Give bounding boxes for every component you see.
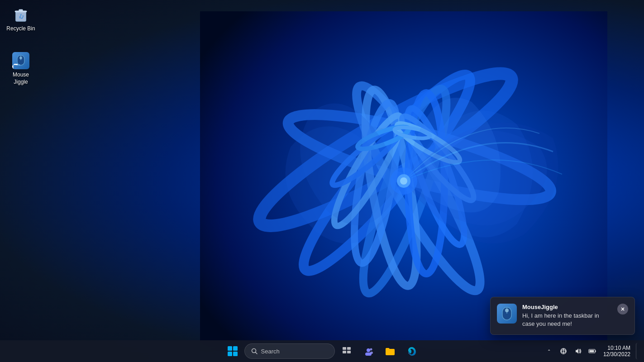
svg-rect-45 xyxy=(589,350,594,352)
svg-rect-35 xyxy=(347,347,351,350)
svg-point-3 xyxy=(288,61,486,284)
toast-message: Hi, I am here in the taskbar in case you… xyxy=(522,312,612,328)
svg-rect-26 xyxy=(19,57,22,59)
svg-rect-37 xyxy=(347,351,351,353)
svg-point-13 xyxy=(393,118,464,168)
network-svg xyxy=(560,348,567,355)
task-view-button[interactable] xyxy=(337,341,357,361)
svg-point-16 xyxy=(390,167,417,195)
svg-point-5 xyxy=(349,82,461,300)
svg-point-38 xyxy=(367,348,370,352)
svg-rect-22 xyxy=(19,10,23,11)
task-view-icon xyxy=(342,347,351,356)
taskbar: Search xyxy=(0,340,644,362)
svg-rect-36 xyxy=(343,351,346,353)
mouse-jiggle-label: Mouse Jiggle xyxy=(5,71,36,86)
svg-point-7 xyxy=(408,93,444,274)
search-label: Search xyxy=(261,348,280,355)
battery-icon[interactable] xyxy=(586,343,599,359)
svg-point-1 xyxy=(246,54,524,246)
clock-date: 12/30/2022 xyxy=(603,351,630,357)
recycle-bin-icon[interactable]: Recycle Bin xyxy=(4,4,38,34)
volume-svg xyxy=(574,348,582,355)
battery-svg xyxy=(588,348,596,354)
toast-app-name: MouseJiggle xyxy=(522,304,612,310)
svg-point-8 xyxy=(345,100,405,266)
edge-icon xyxy=(407,346,417,356)
system-tray: ⌃ xyxy=(543,343,639,359)
search-button[interactable]: Search xyxy=(244,343,335,359)
svg-point-9 xyxy=(397,104,474,250)
edge-browser-button[interactable] xyxy=(402,341,422,361)
search-icon xyxy=(251,348,258,354)
svg-point-10 xyxy=(325,110,410,232)
toast-app-icon xyxy=(497,304,517,324)
toast-close-button[interactable]: × xyxy=(617,304,628,314)
svg-point-12 xyxy=(327,119,408,191)
svg-point-18 xyxy=(400,177,407,185)
svg-point-4 xyxy=(340,76,496,301)
svg-point-17 xyxy=(397,174,410,188)
svg-point-39 xyxy=(370,348,372,351)
recycle-bin-label: Recycle Bin xyxy=(6,25,35,33)
svg-rect-19 xyxy=(16,12,26,21)
mouse-jiggle-icon[interactable]: ⟷ Mouse Jiggle xyxy=(4,50,38,87)
network-icon[interactable] xyxy=(557,343,570,359)
toast-notification: MouseJiggle Hi, I am here in the taskbar… xyxy=(490,297,635,335)
svg-point-14 xyxy=(355,123,410,153)
svg-line-33 xyxy=(255,352,257,354)
file-explorer-button[interactable] xyxy=(380,341,400,361)
svg-rect-29 xyxy=(233,346,238,351)
toast-content: MouseJiggle Hi, I am here in the taskbar… xyxy=(522,304,612,328)
svg-rect-31 xyxy=(233,352,238,356)
svg-rect-30 xyxy=(228,352,232,356)
svg-rect-34 xyxy=(343,347,346,350)
show-hidden-icons-button[interactable]: ⌃ xyxy=(543,343,555,359)
file-explorer-icon xyxy=(385,347,395,356)
svg-rect-50 xyxy=(505,309,509,312)
mouse-jiggle-image: ⟷ xyxy=(12,52,30,70)
svg-point-15 xyxy=(393,125,430,141)
widgets-button[interactable] xyxy=(358,341,378,361)
desktop: Recycle Bin ⟷ Mouse Jiggle xyxy=(0,0,644,362)
clock[interactable]: 10:10 AM 12/30/2022 xyxy=(601,344,633,358)
taskbar-center: Search xyxy=(223,341,422,361)
show-desktop-button[interactable] xyxy=(636,343,639,359)
svg-rect-28 xyxy=(228,346,232,351)
svg-rect-46 xyxy=(595,351,596,352)
chevron-up-icon: ⌃ xyxy=(547,349,551,354)
recycle-bin-image xyxy=(12,5,30,24)
svg-rect-41 xyxy=(370,352,373,354)
start-button[interactable] xyxy=(223,341,243,361)
svg-point-2 xyxy=(281,98,557,216)
teams-icon xyxy=(363,346,373,356)
svg-point-11 xyxy=(394,110,481,207)
volume-icon[interactable] xyxy=(572,343,584,359)
clock-time: 10:10 AM xyxy=(607,345,630,351)
svg-point-6 xyxy=(355,86,427,289)
